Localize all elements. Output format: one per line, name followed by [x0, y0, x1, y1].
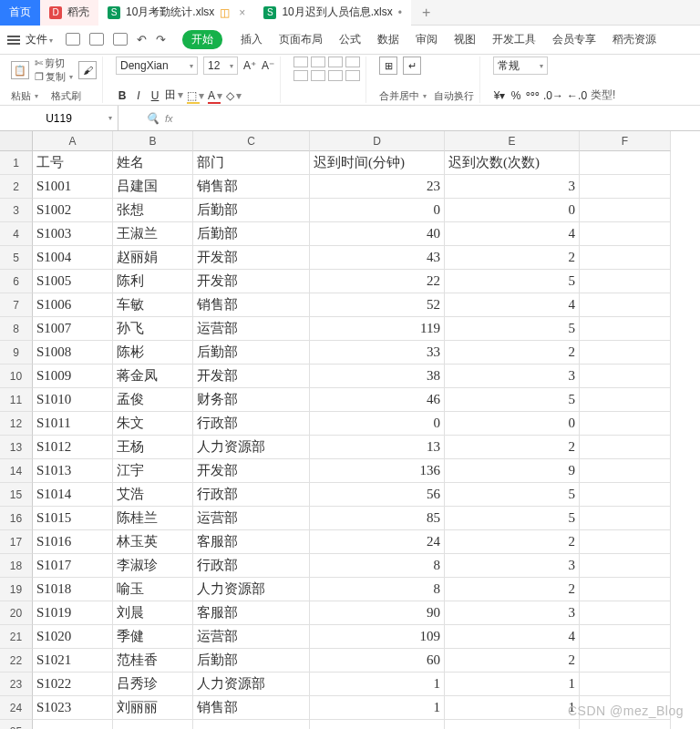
row-header[interactable]: 24	[0, 696, 33, 720]
cell[interactable]: 王杨	[113, 436, 193, 459]
cell[interactable]	[580, 436, 671, 459]
row-header[interactable]: 3	[0, 199, 33, 222]
cell[interactable]: 吕建国	[113, 175, 193, 199]
tab-daoke[interactable]: D稻壳	[40, 0, 98, 26]
row-header[interactable]: 21	[0, 625, 33, 649]
row-header[interactable]: 11	[0, 388, 33, 412]
cell[interactable]	[580, 270, 671, 293]
cell[interactable]: S1011	[33, 412, 113, 436]
cell[interactable]: 3	[445, 554, 580, 578]
cell[interactable]: S1003	[33, 222, 113, 246]
cell[interactable]: 40	[310, 222, 445, 246]
cell[interactable]: 行政部	[193, 483, 310, 507]
file-menu[interactable]: 文件▾	[26, 32, 53, 47]
cell[interactable]	[580, 530, 671, 554]
cell[interactable]: 刘晨	[113, 601, 193, 625]
cell[interactable]: 李淑珍	[113, 554, 193, 578]
ribbon-tab-formula[interactable]: 公式	[339, 32, 361, 47]
cell[interactable]: 90	[310, 601, 445, 625]
cell[interactable]: S1022	[33, 673, 113, 696]
cell[interactable]	[193, 720, 310, 729]
cell[interactable]: 1	[445, 696, 580, 720]
merge-icon[interactable]: ⊞	[379, 56, 397, 75]
font-size-select[interactable]: 12▾	[203, 56, 238, 75]
cell[interactable]: 人力资源部	[193, 436, 310, 459]
cell[interactable]: 朱文	[113, 412, 193, 436]
cell[interactable]: 吕秀珍	[113, 673, 193, 696]
cell[interactable]: S1016	[33, 530, 113, 554]
cell[interactable]	[580, 720, 671, 729]
cell[interactable]	[310, 720, 445, 729]
ribbon-tab-review[interactable]: 审阅	[416, 32, 438, 47]
row-header[interactable]: 19	[0, 578, 33, 601]
cell[interactable]: S1005	[33, 270, 113, 293]
row-header[interactable]: 18	[0, 554, 33, 578]
cell[interactable]: 季健	[113, 625, 193, 649]
cell[interactable]: 陈彬	[113, 341, 193, 364]
row-header[interactable]: 1	[0, 151, 33, 175]
select-all-corner[interactable]	[0, 131, 33, 151]
cell[interactable]	[580, 317, 671, 341]
cell[interactable]: 江宇	[113, 459, 193, 483]
cell[interactable]	[33, 720, 113, 729]
cell[interactable]	[580, 364, 671, 388]
decrease-font-icon[interactable]: A⁻	[262, 59, 274, 72]
cell[interactable]: 136	[310, 459, 445, 483]
qat-print-icon[interactable]	[89, 33, 104, 46]
cell[interactable]	[580, 554, 671, 578]
percent-button[interactable]: %	[510, 89, 522, 102]
cell[interactable]: 3	[445, 601, 580, 625]
wrap-button[interactable]: 自动换行	[434, 89, 474, 103]
cell[interactable]: 52	[310, 293, 445, 317]
ribbon-tab-layout[interactable]: 页面布局	[279, 32, 323, 47]
dec-decimal-button[interactable]: ←.0	[567, 89, 587, 102]
cell[interactable]: 2	[445, 436, 580, 459]
cell[interactable]	[580, 649, 671, 673]
cell[interactable]	[580, 388, 671, 412]
cell[interactable]: 22	[310, 270, 445, 293]
format-painter-icon[interactable]: 🖌	[78, 61, 97, 79]
column-header-A[interactable]: A	[33, 131, 113, 151]
cell[interactable]: 后勤部	[193, 222, 310, 246]
row-header[interactable]: 23	[0, 673, 33, 696]
column-header-E[interactable]: E	[445, 131, 580, 151]
tab-file-late[interactable]: S 10月迟到人员信息.xlsx •	[254, 0, 411, 26]
cell[interactable]: 开发部	[193, 270, 310, 293]
cell[interactable]: 陈桂兰	[113, 507, 193, 530]
tab-file-attendance[interactable]: S 10月考勤统计.xlsx ◫ ×	[98, 0, 254, 26]
cell[interactable]: S1012	[33, 436, 113, 459]
cell[interactable]: 1	[445, 673, 580, 696]
row-header[interactable]: 6	[0, 270, 33, 293]
cell[interactable]: 开发部	[193, 246, 310, 270]
paste-label[interactable]: 粘贴▾	[11, 89, 38, 103]
copy-button[interactable]: ❐ 复制▾	[35, 70, 73, 84]
cell[interactable]: S1014	[33, 483, 113, 507]
cell[interactable]: 2	[445, 530, 580, 554]
cell[interactable]: 9	[445, 459, 580, 483]
cell[interactable]: 5	[445, 483, 580, 507]
cell[interactable]: 1	[310, 696, 445, 720]
row-header[interactable]: 12	[0, 412, 33, 436]
ribbon-tab-member[interactable]: 会员专享	[552, 32, 596, 47]
cell[interactable]: 后勤部	[193, 649, 310, 673]
cell[interactable]: 人力资源部	[193, 578, 310, 601]
cell[interactable]: 姓名	[113, 151, 193, 175]
cell[interactable]: 46	[310, 388, 445, 412]
cell[interactable]: 8	[310, 578, 445, 601]
cell[interactable]: 0	[445, 412, 580, 436]
cell[interactable]: S1020	[33, 625, 113, 649]
cell[interactable]: 85	[310, 507, 445, 530]
row-header[interactable]: 20	[0, 601, 33, 625]
cell[interactable]: 车敏	[113, 293, 193, 317]
cell[interactable]: 运营部	[193, 625, 310, 649]
cell[interactable]: S1008	[33, 341, 113, 364]
ribbon-tab-start[interactable]: 开始	[182, 30, 222, 49]
underline-button[interactable]: U	[149, 89, 161, 102]
cell[interactable]: 2	[445, 578, 580, 601]
redo-button[interactable]: ↷	[156, 33, 166, 46]
row-header[interactable]: 14	[0, 459, 33, 483]
cell[interactable]	[580, 293, 671, 317]
new-tab-button[interactable]: +	[411, 5, 441, 21]
type-menu[interactable]: 类型!	[591, 87, 615, 103]
cell[interactable]: 4	[445, 293, 580, 317]
